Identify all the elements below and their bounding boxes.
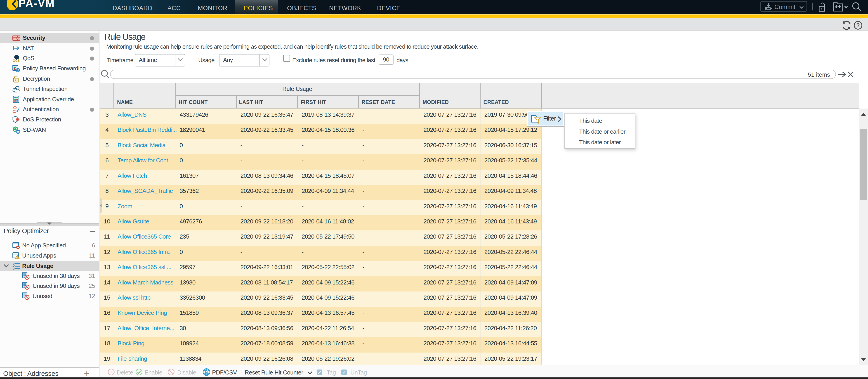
svg-text:QoS: QoS [13, 59, 20, 62]
svg-text:A: A [206, 371, 207, 374]
svg-text:?: ? [857, 22, 860, 28]
